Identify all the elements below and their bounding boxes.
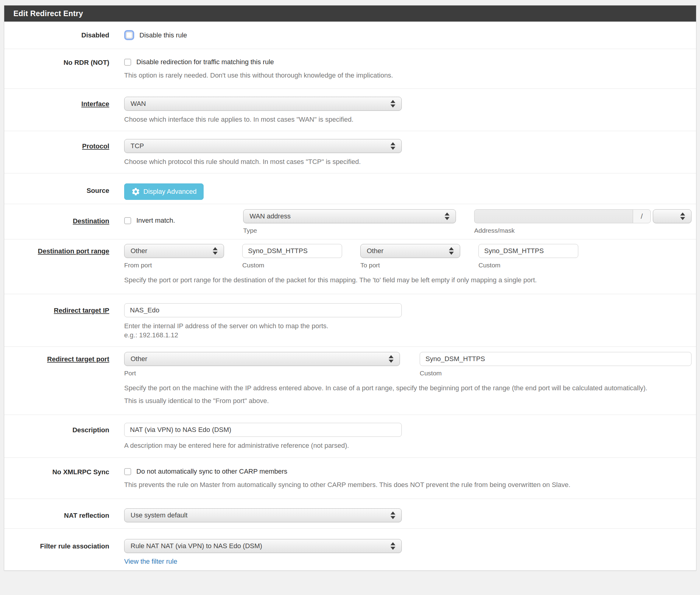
- select-arrows-icon: [389, 355, 394, 363]
- destination-mask-select[interactable]: [653, 209, 692, 223]
- nat-reflection-label: NAT reflection: [4, 508, 124, 522]
- interface-select-value: WAN: [131, 100, 146, 108]
- protocol-help: Choose which protocol this rule should m…: [124, 157, 692, 166]
- destination-port-range-help: Specify the port or port range for the d…: [124, 276, 692, 285]
- destination-label: Destination: [4, 209, 124, 235]
- no-rdr-help: This option is rarely needed. Don't use …: [124, 71, 692, 80]
- protocol-label: Protocol: [4, 139, 124, 166]
- no-rdr-label: No RDR (NOT): [4, 57, 124, 80]
- nat-reflection-select[interactable]: Use system default: [124, 508, 402, 522]
- to-port-caption: To port: [360, 261, 460, 270]
- to-port-custom-caption: Custom: [479, 261, 578, 270]
- redirect-port-caption: Port: [124, 369, 400, 377]
- filter-rule-association-select[interactable]: Rule NAT NAT (via VPN) to NAS Edo (DSM): [124, 539, 402, 553]
- from-port-custom-caption: Custom: [242, 261, 342, 270]
- gear-icon: [131, 187, 140, 196]
- filter-rule-association-label: Filter rule association: [4, 539, 124, 566]
- redirect-target-ip-label: Redirect target IP: [4, 303, 124, 340]
- destination-address-input[interactable]: [474, 209, 633, 223]
- redirect-target-port-help1: Specify the port on the machine with the…: [124, 384, 692, 393]
- destination-invert-checkbox[interactable]: [124, 217, 131, 224]
- row-source: Source Display Advanced: [4, 173, 696, 204]
- no-xmlrpc-help: This prevents the rule on Master from au…: [124, 480, 692, 489]
- redirect-port-custom-caption: Custom: [420, 369, 692, 377]
- select-arrows-icon: [680, 213, 685, 220]
- row-no-rdr: No RDR (NOT) Disable redirection for tra…: [4, 49, 696, 88]
- row-disabled: Disabled Disable this rule: [4, 22, 696, 49]
- address-mask-separator: /: [633, 209, 651, 223]
- row-filter-rule-association: Filter rule association Rule NAT NAT (vi…: [4, 528, 696, 570]
- destination-type-value: WAN address: [249, 212, 291, 220]
- redirect-target-ip-input[interactable]: [124, 303, 402, 317]
- row-description: Description A description may be entered…: [4, 415, 696, 457]
- panel-header: Edit Redirect Entry: [4, 5, 696, 22]
- no-xmlrpc-checkbox[interactable]: [124, 468, 131, 475]
- select-arrows-icon: [449, 247, 454, 255]
- redirect-port-custom-input[interactable]: [420, 352, 692, 366]
- description-label: Description: [4, 423, 124, 450]
- destination-type-select[interactable]: WAN address: [243, 209, 456, 223]
- destination-port-range-label: Destination port range: [4, 244, 124, 285]
- select-arrows-icon: [391, 542, 395, 550]
- redirect-port-select[interactable]: Other: [124, 352, 400, 366]
- protocol-select-value: TCP: [131, 142, 144, 150]
- no-xmlrpc-label: No XMLRPC Sync: [4, 467, 124, 489]
- page-title: Edit Redirect Entry: [14, 9, 83, 18]
- protocol-select[interactable]: TCP: [124, 139, 402, 153]
- select-arrows-icon: [391, 142, 395, 150]
- display-advanced-button[interactable]: Display Advanced: [124, 183, 204, 200]
- row-destination-port-range: Destination port range Other From port C…: [4, 239, 696, 294]
- destination-invert-label[interactable]: Invert match.: [136, 216, 175, 225]
- select-arrows-icon: [391, 512, 395, 519]
- disabled-label: Disabled: [4, 30, 124, 40]
- from-port-value: Other: [131, 247, 147, 255]
- row-redirect-target-ip: Redirect target IP Enter the internal IP…: [4, 294, 696, 346]
- row-interface: Interface WAN Choose which interface thi…: [4, 88, 696, 131]
- row-protocol: Protocol TCP Choose which protocol this …: [4, 131, 696, 173]
- no-xmlrpc-checkbox-label[interactable]: Do not automatically sync to other CARP …: [136, 467, 287, 476]
- disable-rule-checkbox-label[interactable]: Disable this rule: [139, 31, 187, 40]
- select-arrows-icon: [391, 100, 395, 108]
- filter-rule-association-value: Rule NAT NAT (via VPN) to NAS Edo (DSM): [131, 542, 262, 550]
- row-redirect-target-port: Redirect target port Other Port Custom S…: [4, 346, 696, 415]
- display-advanced-label: Display Advanced: [143, 188, 197, 196]
- row-no-xmlrpc-sync: No XMLRPC Sync Do not automatically sync…: [4, 457, 696, 499]
- source-label: Source: [4, 183, 124, 200]
- destination-address-caption: Address/mask: [474, 226, 692, 235]
- destination-type-caption: Type: [243, 226, 456, 235]
- to-port-value: Other: [367, 247, 383, 255]
- edit-redirect-entry-panel: Edit Redirect Entry Disabled Disable thi…: [4, 5, 696, 571]
- from-port-select[interactable]: Other: [124, 244, 224, 258]
- redirect-target-ip-help1: Enter the internal IP address of the ser…: [124, 321, 692, 331]
- from-port-caption: From port: [124, 261, 224, 270]
- no-rdr-checkbox[interactable]: [124, 59, 131, 66]
- nat-reflection-value: Use system default: [131, 511, 187, 519]
- redirect-port-value: Other: [131, 355, 147, 363]
- view-filter-rule-link[interactable]: View the filter rule: [124, 557, 177, 566]
- no-rdr-checkbox-label[interactable]: Disable redirection for traffic matching…: [136, 57, 274, 67]
- redirect-target-port-help2: This is usually identical to the "From p…: [124, 396, 692, 405]
- description-input[interactable]: [124, 423, 402, 437]
- interface-help: Choose which interface this rule applies…: [124, 115, 692, 124]
- description-help: A description may be entered here for ad…: [124, 441, 692, 450]
- row-destination: Destination Invert match. WAN address Ty…: [4, 204, 696, 239]
- redirect-target-ip-help2: e.g.: 192.168.1.12: [124, 331, 692, 340]
- to-port-custom-input[interactable]: [479, 244, 578, 258]
- redirect-target-port-label: Redirect target port: [4, 352, 124, 405]
- disable-rule-checkbox[interactable]: [124, 30, 134, 40]
- row-nat-reflection: NAT reflection Use system default: [4, 499, 696, 528]
- select-arrows-icon: [213, 247, 218, 255]
- from-port-custom-input[interactable]: [242, 244, 342, 258]
- to-port-select[interactable]: Other: [360, 244, 460, 258]
- interface-label: Interface: [4, 97, 124, 124]
- interface-select[interactable]: WAN: [124, 97, 402, 111]
- checkbox-icon: [126, 32, 132, 38]
- select-arrows-icon: [445, 213, 450, 220]
